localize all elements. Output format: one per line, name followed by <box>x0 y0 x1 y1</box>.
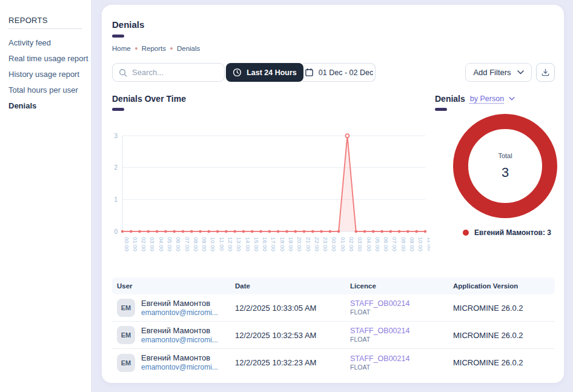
licence-link[interactable]: STAFF_OB00214 <box>350 354 448 364</box>
sidebar-item-real-time-usage-report[interactable]: Real time usage report <box>8 51 88 67</box>
x-tick-label: 01:00 <box>340 237 346 251</box>
data-point <box>268 230 271 233</box>
sidebar-item-activity-feed[interactable]: Activity feed <box>8 35 88 51</box>
x-tick-label: 12:00 <box>227 237 234 251</box>
data-point <box>234 230 236 233</box>
data-point <box>182 230 184 233</box>
table-row: EMЕвгений Мамонтовemamontov@micromi...12… <box>112 294 555 322</box>
legend-color-dot <box>463 230 469 236</box>
x-tick-label: 05:00 <box>167 237 173 251</box>
user-name: Евгений Мамонтов <box>141 353 218 363</box>
data-point <box>398 230 400 233</box>
user-cell: EMЕвгений Мамонтовemamontov@micromi... <box>112 353 230 372</box>
user-name: Евгений Мамонтов <box>141 326 218 336</box>
data-point <box>216 230 219 233</box>
area-fill <box>122 136 425 231</box>
column-header-date: Date <box>230 282 345 290</box>
data-point <box>173 230 176 233</box>
data-point <box>337 230 340 233</box>
main-card: Denials HomeReportsDenials Last 24 Hours <box>102 5 564 383</box>
y-tick-label: 3 <box>114 133 118 139</box>
denials-table: UserDateLicenceApplication Version EMЕвг… <box>112 277 555 376</box>
time-range-button[interactable]: Last 24 Hours <box>226 63 303 82</box>
data-point <box>372 230 374 233</box>
data-point <box>138 230 141 233</box>
breadcrumb-item-home[interactable]: Home <box>112 45 131 52</box>
user-cell: EMЕвгений Мамонтовemamontov@micromi... <box>112 326 230 345</box>
donut-center-value: 3 <box>502 165 509 181</box>
donut-chart[interactable]: Total 3 <box>453 114 557 218</box>
legend-label: Евгений Мамонтов: 3 <box>474 228 551 237</box>
series-line <box>122 136 425 231</box>
data-point <box>285 230 288 233</box>
user-cell: EMЕвгений Мамонтовemamontov@micromi... <box>112 299 230 317</box>
x-tick-label: 19:00 <box>288 237 294 251</box>
licence-cell: STAFF_OB00214FLOAT <box>345 327 448 344</box>
licence-cell: STAFF_OB00214FLOAT <box>345 354 448 371</box>
data-point <box>208 230 210 233</box>
data-point <box>251 230 253 233</box>
data-point <box>329 230 331 233</box>
x-tick-label: 00:00 <box>124 237 130 251</box>
x-tick-label: 23:00 <box>322 237 329 251</box>
group-by-link[interactable]: by Person <box>470 95 504 103</box>
chevron-down-icon[interactable] <box>509 97 515 101</box>
app-version-cell: MICROMINE 26.0.2 <box>448 331 555 340</box>
breadcrumb-item-reports[interactable]: Reports <box>142 45 166 52</box>
time-range-label: Last 24 Hours <box>247 68 297 77</box>
y-tick-label: 2 <box>114 164 118 171</box>
breadcrumb: HomeReportsDenials <box>112 45 200 52</box>
line-chart-title: Denials Over Time <box>112 94 186 104</box>
page-title: Denials <box>112 19 144 30</box>
y-tick-label: 1 <box>114 196 118 203</box>
x-tick-label: 16:00 <box>262 237 268 251</box>
data-point <box>320 230 322 233</box>
user-email-link[interactable]: emamontov@micromi... <box>141 363 218 372</box>
x-tick-label: 18:00 <box>279 237 286 251</box>
column-header-application-version: Application Version <box>448 282 555 290</box>
licence-link[interactable]: STAFF_OB00214 <box>350 327 448 336</box>
column-header-user: User <box>112 282 230 290</box>
content-background: Denials HomeReportsDenials Last 24 Hours <box>91 0 573 392</box>
app-version-cell: MICROMINE 26.0.2 <box>448 304 555 313</box>
x-tick-label: 06:00 <box>175 237 182 251</box>
export-button[interactable] <box>536 63 555 82</box>
x-tick-label: 15:00 <box>253 237 260 251</box>
sidebar-heading: REPORTS <box>8 16 48 25</box>
x-tick-label: 11:00 <box>426 237 431 251</box>
search-box[interactable] <box>112 63 225 82</box>
data-point <box>199 230 201 233</box>
x-tick-label: 00:00 <box>331 237 337 251</box>
search-input[interactable] <box>132 68 217 77</box>
x-tick-label: 05:00 <box>374 237 381 251</box>
user-email-link[interactable]: emamontov@micromi... <box>141 308 218 317</box>
x-tick-label: 11:00 <box>219 237 225 251</box>
sidebar-item-total-hours-per-user[interactable]: Total hours per user <box>8 82 88 98</box>
user-email-link[interactable]: emamontov@micromi... <box>141 336 218 345</box>
date-cell: 12/2/2025 10:32:23 AM <box>230 358 345 367</box>
data-point <box>311 230 314 233</box>
column-header-licence: Licence <box>345 282 448 290</box>
data-point <box>225 230 227 233</box>
x-tick-label: 10:00 <box>417 237 424 251</box>
x-tick-label: 07:00 <box>391 237 398 251</box>
breadcrumb-item-denials[interactable]: Denials <box>177 45 200 52</box>
sidebar-item-history-usage-report[interactable]: History usage report <box>8 67 88 82</box>
donut-chart-header: Denials by Person <box>435 94 515 104</box>
licence-cell: STAFF_OB00214FLOAT <box>345 299 448 316</box>
date-range-label: 01 Dec - 02 Dec <box>319 68 373 77</box>
x-tick-label: 17:00 <box>270 237 277 251</box>
licence-link[interactable]: STAFF_OB00214 <box>350 299 448 308</box>
data-point <box>416 230 418 233</box>
x-tick-label: 07:00 <box>184 237 191 251</box>
x-tick-label: 10:00 <box>210 237 216 251</box>
app-version-cell: MICROMINE 26.0.2 <box>448 358 555 367</box>
add-filters-button[interactable]: Add Filters <box>465 63 532 82</box>
table-row: EMЕвгений Мамонтовemamontov@micromi...12… <box>112 322 555 349</box>
user-name: Евгений Мамонтов <box>141 299 218 308</box>
data-point <box>156 230 158 233</box>
date-range-button[interactable]: 01 Dec - 02 Dec <box>303 63 376 82</box>
denials-over-time-chart: 012300:0001:0002:0003:0004:0005:0006:000… <box>109 126 430 265</box>
sidebar-item-denials[interactable]: Denials <box>8 98 88 114</box>
licence-type: FLOAT <box>350 364 448 371</box>
